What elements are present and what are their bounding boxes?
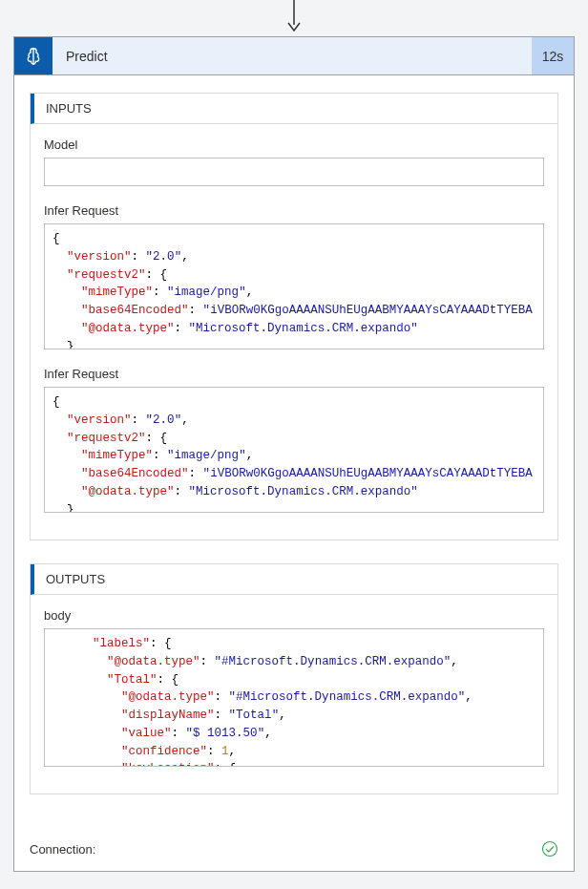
outputs-header: OUTPUTS [31,564,557,595]
inputs-header: INPUTS [31,94,557,124]
json-key: @odata.type [115,655,194,668]
json-value: iVBORw0KGgoAAAANSUhEUgAABMYAAAYsCAYAAADt… [210,467,533,480]
json-key: mimeType [89,449,146,462]
card-title: Predict [52,37,532,74]
json-key: @odata.type [129,690,208,704]
json-key: mimeType [89,286,146,299]
json-key: Total [115,673,151,687]
json-key: base64Encoded [89,467,182,480]
json-value: iVBORw0KGgoAAAANSUhEUgAABMYAAAYsCAYAAADt… [210,304,533,317]
connection-label: Connection: [30,842,541,857]
card-footer: Connection: [14,831,574,871]
card-body: INPUTS Model Infer Request { "version": … [14,75,574,831]
infer-request-1-code[interactable]: { "version": "2.0", "requestv2": { "mime… [44,223,544,349]
body-label: body [44,608,544,623]
json-value: image/png [175,449,240,462]
json-value: $ 1013.50 [193,727,258,740]
duration-badge: 12s [532,37,574,74]
predict-step-card[interactable]: Predict 12s INPUTS Model Infer Request {… [13,36,575,872]
svg-point-1 [543,842,557,857]
body-code[interactable]: "labels": { "@odata.type": "#Microsoft.D… [44,628,544,767]
model-input[interactable] [44,158,544,186]
check-circle-icon [541,840,558,857]
json-key: version [74,413,125,427]
json-value: Microsoft.Dynamics.CRM.expando [196,322,410,335]
infer-request-1-label: Infer Request [44,203,544,218]
json-value: 2.0 [153,413,175,427]
json-key: labels [100,637,143,650]
json-value: Total [236,709,272,722]
json-key: confidence [129,745,200,758]
json-value: #Microsoft.Dynamics.CRM.expando [221,655,444,668]
card-header[interactable]: Predict 12s [14,37,574,75]
flow-arrow [0,0,588,36]
outputs-section: OUTPUTS body "labels": { "@odata.type": … [30,563,558,794]
json-key: keyLocation [129,762,208,767]
infer-request-2-label: Infer Request [44,367,544,381]
inputs-section: INPUTS Model Infer Request { "version": … [30,93,558,540]
json-value: 2.0 [153,250,175,264]
json-key: value [129,727,165,740]
json-key: version [74,250,125,264]
json-key: displayName [129,709,208,722]
brain-icon [14,37,52,74]
json-key: requestv2 [74,268,139,282]
json-value: Microsoft.Dynamics.CRM.expando [196,485,410,498]
json-key: requestv2 [74,432,139,445]
model-label: Model [44,138,544,152]
json-key: base64Encoded [89,304,182,317]
json-key: @odata.type [89,485,168,498]
json-value: 1 [221,745,229,758]
json-value: #Microsoft.Dynamics.CRM.expando [236,690,458,704]
json-value: image/png [175,286,240,299]
infer-request-2-code[interactable]: { "version": "2.0", "requestv2": { "mime… [44,387,544,513]
json-key: @odata.type [89,322,168,335]
